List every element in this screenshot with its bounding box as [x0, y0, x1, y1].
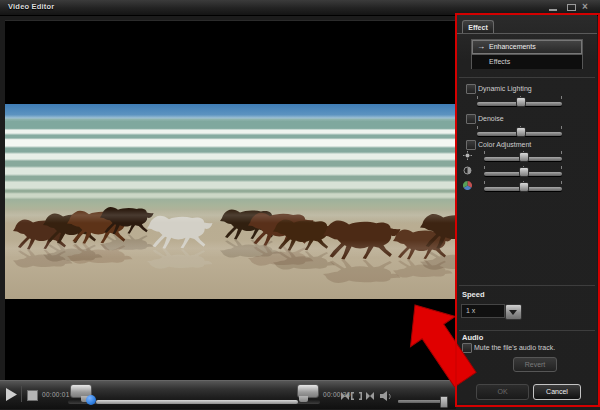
contrast-slider[interactable] [484, 166, 562, 176]
close-button[interactable]: × [581, 3, 594, 12]
nav-effects-label: Effects [489, 55, 510, 69]
slider-tick [484, 181, 485, 184]
speaker-wave-icon [389, 394, 390, 399]
tab-effect[interactable]: Effect [462, 20, 494, 34]
tab-underline [457, 33, 597, 34]
playhead-dot[interactable] [86, 395, 96, 405]
cancel-button[interactable]: Cancel [533, 384, 581, 400]
nav-item-enhancements[interactable]: → Enhancements [472, 40, 582, 55]
dynamic-lighting-checkbox[interactable] [466, 84, 476, 94]
window-title: Video Editor [8, 2, 54, 11]
brightness-slider[interactable] [484, 151, 562, 161]
play-button[interactable] [4, 387, 18, 402]
video-frame [5, 104, 455, 299]
slider-thumb[interactable] [516, 127, 526, 137]
stop-button[interactable] [27, 390, 38, 401]
trim-end-handle[interactable] [297, 384, 319, 398]
effect-panel: Effect → Enhancements Effects Dynamic Li… [457, 14, 597, 403]
volume-slider-thumb[interactable] [440, 396, 448, 408]
mark-in-icon [341, 392, 354, 400]
mute-audio-checkbox[interactable] [462, 343, 472, 353]
trim-handle-foot [299, 396, 308, 402]
slider-tick [477, 96, 478, 99]
speed-dropdown-button[interactable] [505, 304, 522, 320]
ok-button[interactable]: OK [476, 384, 529, 400]
speaker-icon [380, 391, 387, 401]
video-editor-window: Video Editor × 00:00:01 00:00:30 [0, 0, 600, 410]
mark-in-button[interactable] [341, 392, 356, 400]
mark-out-icon [359, 392, 374, 400]
dynamic-lighting-slider[interactable] [477, 96, 562, 106]
nav-item-effects[interactable]: Effects [472, 55, 582, 69]
mark-out-button[interactable] [359, 392, 374, 400]
volume-slider-track[interactable] [398, 400, 446, 403]
divider [459, 285, 595, 286]
minimize-icon [549, 9, 557, 11]
slider-tick [561, 181, 562, 184]
slider-tick [561, 126, 562, 129]
transport-separator [21, 386, 22, 402]
slider-tick [561, 151, 562, 154]
close-icon: × [582, 1, 588, 12]
denoise-slider[interactable] [477, 126, 562, 136]
transport-bar: 00:00:01 00:00:30 [0, 380, 456, 409]
saturation-icon [463, 181, 472, 190]
slider-thumb[interactable] [519, 167, 529, 177]
minimize-button[interactable] [547, 3, 560, 12]
color-adjustment-checkbox[interactable] [466, 140, 476, 150]
maximize-icon [567, 4, 576, 11]
slider-tick [477, 126, 478, 129]
divider [459, 77, 595, 78]
revert-button[interactable]: Revert [513, 357, 557, 372]
timeline-selected-range[interactable] [96, 400, 298, 404]
maximize-button[interactable] [565, 3, 578, 12]
denoise-label: Denoise [478, 115, 504, 122]
slider-tick [484, 166, 485, 169]
chevron-down-icon [509, 310, 517, 315]
slider-thumb[interactable] [519, 182, 529, 192]
effect-nav-box: → Enhancements Effects [471, 39, 583, 69]
slider-thumb[interactable] [516, 97, 526, 107]
divider [459, 330, 595, 331]
contrast-icon [463, 166, 472, 175]
nav-enhancements-label: Enhancements [489, 40, 536, 54]
slider-tick [561, 96, 562, 99]
slider-tick [484, 151, 485, 154]
play-icon [6, 388, 17, 401]
current-time: 00:00:01 [42, 391, 70, 398]
color-adjustment-label: Color Adjustment [478, 141, 531, 148]
slider-thumb[interactable] [519, 152, 529, 162]
volume-button[interactable] [380, 391, 394, 402]
speed-section-label: Speed [462, 290, 485, 299]
video-preview-area [5, 20, 455, 380]
brightness-icon [463, 151, 472, 160]
arrow-right-icon: → [477, 40, 485, 54]
speed-value-field[interactable]: 1 x [461, 304, 505, 318]
audio-section-label: Audio [462, 333, 483, 342]
slider-tick [561, 166, 562, 169]
dynamic-lighting-label: Dynamic Lighting [478, 85, 532, 92]
saturation-slider[interactable] [484, 181, 562, 191]
denoise-checkbox[interactable] [466, 114, 476, 124]
mute-audio-label: Mute the file's audio track. [474, 344, 555, 351]
horses-illustration [5, 104, 455, 299]
